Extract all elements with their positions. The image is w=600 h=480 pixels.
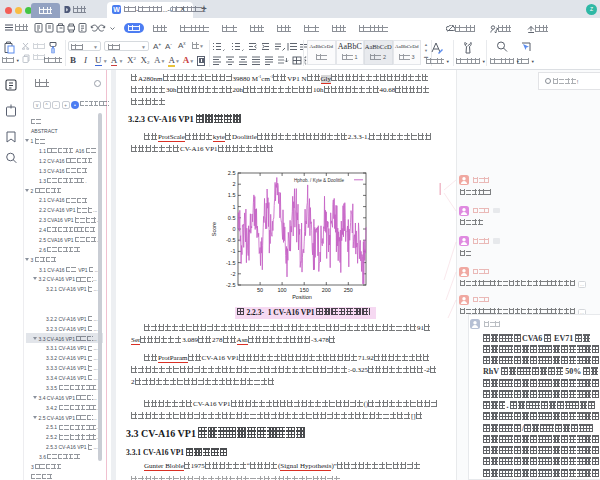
svg-text:250: 250 (344, 287, 353, 293)
svg-text:-1: -1 (231, 248, 236, 254)
svg-text:-1.5: -1.5 (226, 260, 235, 266)
svg-text:Position: Position (292, 294, 312, 300)
svg-text:0: 0 (232, 226, 235, 232)
svg-text:100: 100 (278, 287, 287, 293)
svg-text:2: 2 (232, 181, 235, 187)
svg-text:150: 150 (300, 287, 309, 293)
svg-text:-2: -2 (231, 271, 236, 277)
svg-text:-2.5: -2.5 (226, 282, 235, 288)
svg-text:1.5: 1.5 (228, 192, 236, 198)
svg-text:50: 50 (257, 287, 263, 293)
svg-text:-0.5: -0.5 (226, 237, 235, 243)
svg-text:0.5: 0.5 (228, 215, 236, 221)
svg-text:Score: Score (211, 222, 217, 236)
svg-text:200: 200 (322, 287, 331, 293)
svg-text:2.5: 2.5 (228, 170, 236, 176)
svg-text:1: 1 (232, 204, 235, 210)
svg-text:Hphob. / Kyte & Doolittle: Hphob. / Kyte & Doolittle (294, 178, 344, 183)
